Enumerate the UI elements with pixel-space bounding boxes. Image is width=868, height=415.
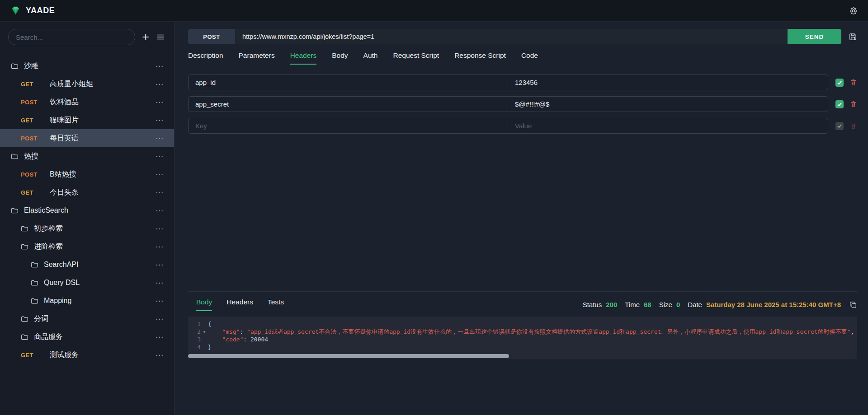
- tab-description[interactable]: Description: [188, 51, 223, 65]
- item-options-button[interactable]: ⋯: [156, 296, 174, 306]
- item-options-button[interactable]: ⋯: [156, 278, 174, 288]
- response-tabs: BodyHeadersTests: [196, 298, 284, 311]
- sidebar-folder-item[interactable]: 初步检索⋯: [0, 219, 174, 238]
- sidebar-request-item[interactable]: GET高质量小姐姐⋯: [0, 75, 174, 93]
- sidebar-request-item[interactable]: GET猫咪图片⋯: [0, 111, 174, 129]
- item-options-button[interactable]: ⋯: [156, 170, 174, 179]
- add-collection-button[interactable]: +: [142, 31, 149, 43]
- fold-arrow-icon[interactable]: ▾: [201, 328, 208, 336]
- tab-body[interactable]: Body: [332, 51, 348, 65]
- tab-parameters[interactable]: Parameters: [239, 51, 275, 65]
- folder-icon: [11, 153, 19, 160]
- save-request-button[interactable]: [849, 33, 857, 41]
- tab-code[interactable]: Code: [521, 51, 538, 65]
- header-row-box: [188, 118, 828, 134]
- search-input[interactable]: [8, 29, 135, 45]
- item-options-button[interactable]: ⋯: [156, 350, 174, 360]
- tab-auth[interactable]: Auth: [363, 51, 378, 65]
- method-select[interactable]: POST: [188, 29, 235, 44]
- fold-spacer: [201, 320, 208, 328]
- item-options-button[interactable]: ⋯: [156, 242, 174, 252]
- item-label: 分词: [34, 314, 48, 324]
- url-input[interactable]: [235, 29, 788, 44]
- meta-value-date: Saturday 28 June 2025 at 15:25:40 GMT+8: [706, 301, 841, 308]
- sidebar-folder-item[interactable]: Query DSL⋯: [0, 274, 174, 292]
- header-key-input[interactable]: [189, 97, 508, 112]
- sidebar-folder-item[interactable]: 分词⋯: [0, 310, 174, 328]
- line-number: 4: [188, 343, 201, 351]
- horizontal-scrollbar[interactable]: [188, 354, 509, 358]
- floppy-save-icon: [849, 33, 857, 41]
- folder-icon: [11, 62, 19, 70]
- header-key-input[interactable]: [189, 118, 508, 133]
- item-options-button[interactable]: ⋯: [156, 332, 174, 342]
- header-enabled-checkbox[interactable]: [835, 122, 844, 130]
- delete-header-button[interactable]: [849, 79, 857, 86]
- sidebar-folder-item[interactable]: 沙雕⋯: [0, 57, 174, 75]
- item-options-button[interactable]: ⋯: [156, 61, 174, 71]
- folder-icon: [31, 261, 38, 269]
- folder-icon: [11, 207, 19, 214]
- collections-tree: 沙雕⋯GET高质量小姐姐⋯POST饮料酒品⋯GET猫咪图片⋯POST每日英语⋯热…: [0, 57, 174, 364]
- tab-request-script[interactable]: Request Script: [393, 51, 439, 65]
- item-options-button[interactable]: ⋯: [156, 152, 174, 161]
- sidebar-folder-item[interactable]: 进阶检索⋯: [0, 238, 174, 256]
- request-url-group: POST SEND: [188, 29, 841, 44]
- response-meta: Status200Time68Size0DateSaturday 28 June…: [579, 301, 841, 308]
- item-label: Query DSL: [44, 279, 80, 287]
- response-body-viewer[interactable]: 1{2▾ "msg": "app_id或者app_secret不合法，不要怀疑你…: [188, 317, 857, 359]
- settings-gear-icon[interactable]: [849, 6, 858, 15]
- sidebar-menu-button[interactable]: [156, 33, 165, 42]
- item-options-button[interactable]: ⋯: [156, 116, 174, 125]
- item-options-button[interactable]: ⋯: [156, 224, 174, 233]
- response-tab-headers[interactable]: Headers: [226, 298, 253, 311]
- meta-label-date: Date: [688, 301, 702, 308]
- item-label: 商品服务: [34, 332, 63, 342]
- send-button[interactable]: SEND: [788, 29, 841, 44]
- item-label: 今日头条: [50, 188, 79, 197]
- request-method-label: GET: [21, 117, 44, 124]
- sidebar-folder-item[interactable]: 商品服务⋯: [0, 328, 174, 346]
- app-title: YAADE: [26, 6, 55, 15]
- header-enabled-checkbox[interactable]: [835, 79, 844, 87]
- item-options-button[interactable]: ⋯: [156, 98, 174, 107]
- item-label: 猫咪图片: [50, 116, 79, 125]
- delete-header-button[interactable]: [849, 100, 857, 108]
- tab-headers[interactable]: Headers: [290, 51, 317, 65]
- item-options-button[interactable]: ⋯: [156, 314, 174, 324]
- delete-header-button[interactable]: [849, 122, 857, 130]
- sidebar-folder-item[interactable]: Mapping⋯: [0, 292, 174, 310]
- code-line: 4}: [188, 343, 857, 351]
- sidebar-request-item[interactable]: POSTB站热搜⋯: [0, 165, 174, 183]
- item-label: 高质量小姐姐: [50, 79, 93, 89]
- item-options-button[interactable]: ⋯: [156, 79, 174, 89]
- sidebar-request-item[interactable]: POST饮料酒品⋯: [0, 93, 174, 111]
- request-method-label: POST: [21, 171, 44, 178]
- request-method-label: GET: [21, 81, 44, 88]
- tab-response-script[interactable]: Response Script: [454, 51, 506, 65]
- item-options-button[interactable]: ⋯: [156, 206, 174, 215]
- meta-label-size: Size: [659, 301, 672, 308]
- item-label: B站热搜: [50, 170, 76, 179]
- header-value-input[interactable]: [508, 118, 828, 133]
- header-enabled-checkbox[interactable]: [835, 100, 844, 108]
- item-options-button[interactable]: ⋯: [156, 134, 174, 143]
- header-value-input[interactable]: [508, 75, 828, 90]
- header-row: [188, 118, 857, 134]
- sidebar-folder-item[interactable]: 热搜⋯: [0, 147, 174, 165]
- sidebar-request-item[interactable]: POST每日英语⋯: [0, 129, 174, 147]
- sidebar-folder-item[interactable]: ElasticSearch⋯: [0, 201, 174, 219]
- sidebar-folder-item[interactable]: SearchAPI⋯: [0, 256, 174, 274]
- response-tab-body[interactable]: Body: [196, 298, 212, 311]
- response-tab-tests[interactable]: Tests: [268, 298, 284, 311]
- item-label: 测试服务: [50, 350, 79, 360]
- header-value-input[interactable]: [508, 97, 828, 112]
- header-key-input[interactable]: [189, 75, 508, 90]
- request-tabs: DescriptionParametersHeadersBodyAuthRequ…: [188, 51, 857, 65]
- copy-response-button[interactable]: [849, 301, 857, 309]
- item-options-button[interactable]: ⋯: [156, 260, 174, 270]
- header-row-box: [188, 96, 828, 112]
- sidebar-request-item[interactable]: GET测试服务⋯: [0, 346, 174, 364]
- sidebar-request-item[interactable]: GET今日头条⋯: [0, 183, 174, 201]
- item-options-button[interactable]: ⋯: [156, 188, 174, 197]
